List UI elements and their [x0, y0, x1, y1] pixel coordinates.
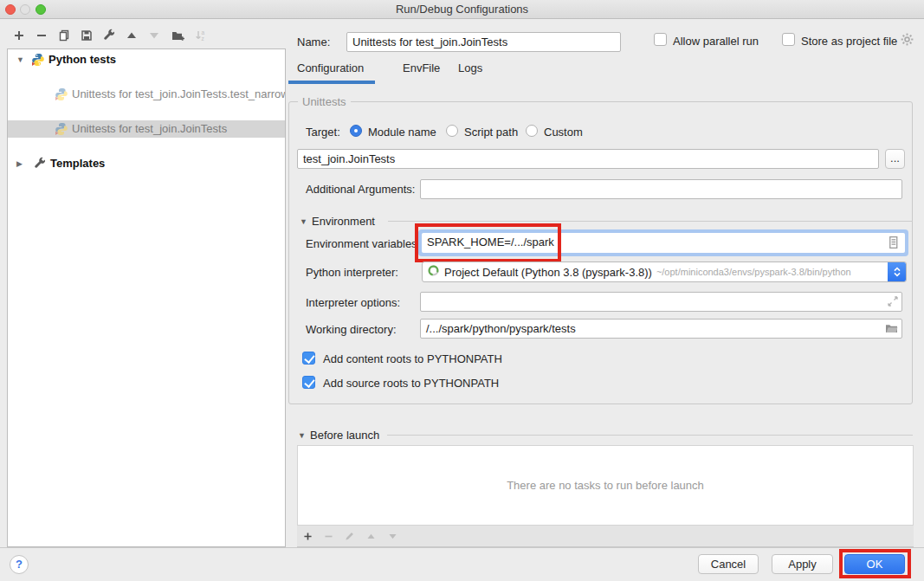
expand-field-icon[interactable]	[886, 294, 900, 311]
edit-task-icon[interactable]	[342, 529, 356, 543]
move-down-icon[interactable]	[145, 27, 163, 44]
copy-icon[interactable]	[55, 27, 73, 44]
browse-button[interactable]: ...	[885, 149, 905, 169]
tree-item-label: Unittests for test_join.JoinTests.test_n…	[72, 86, 285, 103]
cancel-button[interactable]: Cancel	[698, 554, 759, 574]
before-launch-section-label[interactable]: Before launch	[310, 429, 379, 442]
additional-arguments-label: Additional Arguments:	[306, 183, 415, 196]
move-up-icon[interactable]	[123, 27, 140, 44]
python-tests-icon	[31, 53, 45, 68]
collapse-arrow-icon[interactable]: ▼	[300, 217, 307, 226]
add-source-roots-checkbox[interactable]	[302, 376, 315, 389]
module-name-input[interactable]: test_join.JoinTests	[297, 149, 879, 169]
python-interpreter-select[interactable]: Project Default (Python 3.8 (pyspark-3.8…	[422, 261, 907, 282]
add-content-roots-checkbox[interactable]	[302, 352, 315, 365]
tree-item-unittest-narrow[interactable]: Unittests for test_join.JoinTests.test_n…	[8, 86, 285, 103]
save-icon[interactable]	[78, 27, 95, 44]
interpreter-name: Project Default (Python 3.8 (pyspark-3.8…	[444, 266, 652, 279]
footer-divider	[0, 547, 924, 548]
python-test-icon	[55, 122, 68, 138]
tab-configuration[interactable]: Configuration	[297, 61, 364, 74]
remove-task-icon[interactable]	[321, 529, 335, 543]
before-launch-task-list: There are no tasks to run before launch	[297, 445, 914, 526]
window-title: Run/Debug Configurations	[0, 0, 924, 19]
interpreter-options-label: Interpreter options:	[306, 296, 400, 309]
section-divider	[387, 435, 913, 436]
python-test-icon	[55, 87, 68, 103]
working-directory-input[interactable]: /.../spark/python/pyspark/tests	[420, 319, 902, 339]
tree-item-label: Python tests	[48, 51, 116, 68]
annotation-highlight-ok	[839, 549, 911, 578]
target-module-name-label[interactable]: Module name	[368, 126, 436, 139]
folder-icon[interactable]	[884, 321, 899, 338]
tab-logs[interactable]: Logs	[458, 61, 482, 74]
interpreter-options-input[interactable]	[420, 292, 902, 312]
combo-dropdown-button[interactable]	[888, 261, 906, 282]
name-input[interactable]: Unittests for test_join.JoinTests	[346, 32, 621, 52]
configurations-tree: ▼ Python tests Unittests for test_join.J…	[7, 48, 286, 547]
add-icon[interactable]	[10, 27, 28, 44]
store-as-project-file-label[interactable]: Store as project file	[801, 35, 897, 48]
env-vars-editor-icon[interactable]	[886, 235, 901, 253]
target-custom-label[interactable]: Custom	[544, 126, 583, 139]
tree-item-templates[interactable]: ▶ Templates	[8, 155, 285, 172]
collapse-arrow-icon[interactable]: ▼	[298, 431, 306, 440]
templates-wrench-icon	[33, 157, 47, 172]
store-as-project-file-checkbox[interactable]	[782, 33, 795, 46]
sort-icon[interactable]: az	[192, 27, 210, 44]
svg-text:z: z	[202, 36, 204, 42]
chevron-right-icon[interactable]: ▶	[16, 155, 23, 172]
target-label: Target:	[306, 126, 340, 139]
tree-item-unittest-selected[interactable]: Unittests for test_join.JoinTests	[8, 120, 285, 138]
active-tab-underline	[288, 81, 375, 84]
name-label: Name:	[297, 36, 330, 48]
tree-item-label: Unittests for test_join.JoinTests	[72, 120, 227, 138]
conda-env-icon	[427, 264, 440, 280]
target-custom-radio[interactable]	[526, 125, 538, 137]
environment-section-label[interactable]: Environment	[312, 215, 375, 228]
interpreter-path: ~/opt/miniconda3/envs/pyspark-3.8/bin/py…	[656, 267, 851, 277]
environment-variables-label: Environment variables:	[306, 237, 420, 250]
allow-parallel-run-checkbox[interactable]	[654, 33, 667, 46]
move-task-up-icon[interactable]	[364, 529, 378, 543]
wrench-icon[interactable]	[100, 27, 118, 44]
remove-icon[interactable]	[33, 27, 50, 44]
chevron-down-icon[interactable]: ▼	[16, 51, 24, 68]
annotation-highlight-env-vars	[415, 223, 561, 262]
working-directory-label: Working directory:	[306, 323, 397, 336]
add-task-icon[interactable]	[300, 529, 314, 543]
target-module-name-radio[interactable]	[350, 125, 362, 137]
gear-icon[interactable]	[900, 32, 914, 49]
tab-envfile[interactable]: EnvFile	[403, 61, 440, 74]
before-launch-empty-message: There are no tasks to run before launch	[507, 479, 704, 492]
additional-arguments-input[interactable]	[420, 179, 902, 199]
python-interpreter-label: Python interpreter:	[306, 266, 398, 279]
new-folder-icon[interactable]	[169, 27, 186, 44]
add-content-roots-label[interactable]: Add content roots to PYTHONPATH	[323, 352, 502, 365]
add-source-roots-label[interactable]: Add source roots to PYTHONPATH	[323, 377, 499, 390]
svg-text:a: a	[202, 29, 205, 36]
target-script-path-radio[interactable]	[446, 125, 458, 137]
tree-item-label: Templates	[50, 155, 105, 172]
section-divider	[388, 221, 913, 222]
apply-button[interactable]: Apply	[772, 554, 833, 574]
help-button[interactable]: ?	[10, 555, 29, 574]
unittests-section-label: Unittests	[298, 95, 351, 108]
move-task-down-icon[interactable]	[385, 529, 399, 543]
tree-item-python-tests[interactable]: ▼ Python tests	[8, 51, 285, 68]
target-script-path-label[interactable]: Script path	[464, 126, 518, 139]
allow-parallel-run-label[interactable]: Allow parallel run	[673, 35, 759, 48]
